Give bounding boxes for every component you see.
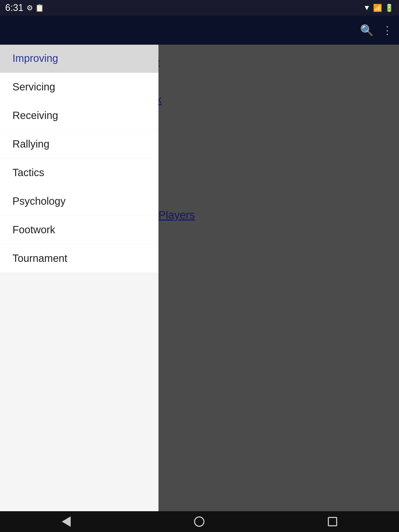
app-bar-actions: 🔍 ⋮ [360,24,393,37]
drawer-label-servicing: Servicing [12,81,55,93]
drawer-item-footwork[interactable]: Footwork [0,216,158,244]
drawer-label-tactics: Tactics [12,167,44,178]
nav-drawer: General Improving Servicing Receiving Ra… [0,0,158,532]
status-bar-left: 6:31 ⚙ 📋 [5,2,44,13]
more-options-icon[interactable]: ⋮ [382,24,393,37]
back-button[interactable] [62,516,71,527]
drawer-label-psychology: Psychology [12,195,66,207]
drawer-item-improving[interactable]: Improving [0,44,158,73]
drawer-item-tournament[interactable]: Tournament [0,244,158,273]
status-time: 6:31 [5,2,23,13]
recent-button[interactable] [328,517,337,526]
drawer-item-receiving[interactable]: Receiving [0,101,158,130]
drawer-item-servicing[interactable]: Servicing [0,73,158,101]
signal-icon: 📶 [373,4,382,12]
drawer-item-tactics[interactable]: Tactics [0,158,158,187]
bottom-nav [0,511,399,532]
app-bar: 🔍 ⋮ [0,16,399,45]
settings-icon: ⚙ [26,4,33,12]
battery-icon: 🔋 [385,4,394,12]
status-bar: 6:31 ⚙ 📋 ▼ 📶 🔋 [0,0,399,16]
drawer-item-psychology[interactable]: Psychology [0,187,158,216]
drawer-label-improving: Improving [12,52,58,64]
search-icon[interactable]: 🔍 [360,24,374,37]
home-icon [194,516,204,527]
wifi-icon: ▼ [363,4,370,12]
status-icons: ⚙ 📋 [26,4,44,12]
status-bar-right: ▼ 📶 🔋 [363,4,394,12]
drawer-label-rallying: Rallying [12,138,49,150]
drawer-label-footwork: Footwork [12,224,55,236]
home-button[interactable] [194,516,204,527]
drawer-label-tournament: Tournament [12,252,67,264]
back-icon [62,516,71,527]
drawer-item-rallying[interactable]: Rallying [0,130,158,158]
drawer-label-receiving: Receiving [12,110,58,121]
recent-icon [328,517,337,526]
clipboard-icon: 📋 [35,4,44,12]
